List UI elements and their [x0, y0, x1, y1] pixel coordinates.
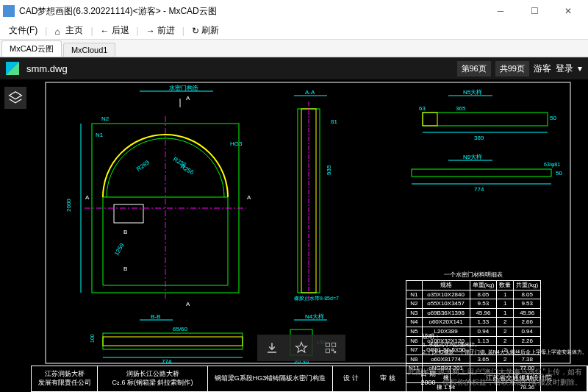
refresh-icon: ↻ — [192, 26, 199, 36]
svg-text:81: 81 — [331, 118, 337, 125]
menu-file[interactable]: 文件(F) — [4, 23, 42, 38]
svg-rect-35 — [423, 113, 437, 126]
home-icon: ⌂ — [54, 26, 63, 35]
svg-rect-42 — [412, 169, 551, 177]
minimize-button[interactable]: ─ — [484, 0, 517, 22]
page-prev[interactable]: 第96页 — [457, 61, 491, 76]
qr-button[interactable] — [316, 335, 345, 361]
svg-text:63: 63 — [419, 105, 426, 112]
cad-viewport[interactable]: smm.dwg 第96页 共99页 游客 登录 ▾ 水密门构造 A — [0, 57, 588, 392]
svg-text:1259: 1259 — [113, 242, 126, 257]
section-bb: 774 65/60 100 — [90, 326, 243, 365]
tab-mxcad[interactable]: MxCAD云图 — [1, 40, 62, 57]
svg-text:935: 935 — [326, 165, 332, 175]
favorite-button[interactable] — [287, 335, 316, 361]
svg-rect-62 — [326, 349, 329, 353]
menu-forward[interactable]: →前进 — [142, 23, 179, 38]
back-icon: ← — [101, 26, 110, 36]
svg-text:N1: N1 — [96, 132, 104, 138]
n9-detail: 774 63/φ81 50 — [412, 162, 562, 193]
svg-rect-63 — [332, 349, 334, 351]
menubar: 文件(F) | ⌂主页 | ←后退 | →前进 | ↻刷新 — [0, 22, 588, 40]
filename: smm.dwg — [26, 63, 68, 74]
svg-text:HG3: HG3 — [230, 140, 243, 147]
drawing-title: 水密门构造 — [169, 85, 198, 91]
svg-rect-64 — [334, 352, 336, 353]
section-aa: 81 935 橡胶止水带II-85d=7 — [294, 101, 339, 301]
document-tabs: MxCAD云图 MxCloud1 — [0, 40, 588, 57]
svg-text:389: 389 — [474, 135, 484, 141]
window-title: CAD梦想画图(6.3.20221114)<游客> - MxCAD云图 — [19, 5, 217, 18]
svg-text:B: B — [123, 266, 127, 272]
menu-home[interactable]: ⌂主页 — [50, 23, 87, 38]
svg-text:65/60: 65/60 — [173, 326, 188, 332]
page-next[interactable]: 共99页 — [495, 61, 529, 76]
view-bb-label: B-B — [151, 313, 160, 320]
svg-text:N2: N2 — [101, 115, 110, 122]
maximize-button[interactable]: ☐ — [517, 0, 551, 22]
svg-text:B: B — [123, 229, 127, 235]
svg-text:63/φ81: 63/φ81 — [544, 162, 560, 168]
viewer-header: smm.dwg 第96页 共99页 游客 登录 ▾ — [0, 57, 588, 79]
drawing-canvas[interactable]: 水密门构造 A 2000 R269 — [0, 79, 588, 392]
watermark-text: 此图片来源于网上用户"澳门大学海马浅忆"上传，如有 侵权你的权益，请联系我们客服… — [408, 367, 582, 388]
floating-toolbar — [257, 335, 345, 361]
svg-text:365: 365 — [456, 105, 466, 112]
menu-back[interactable]: ←后退 — [96, 23, 134, 38]
svg-text:橡胶止水带II-85d=7: 橡胶止水带II-85d=7 — [294, 296, 339, 301]
svg-text:A: A — [186, 95, 190, 101]
svg-rect-60 — [326, 343, 329, 346]
svg-text:A: A — [85, 194, 90, 201]
download-button[interactable] — [257, 335, 287, 361]
svg-text:R256: R256 — [179, 163, 196, 177]
close-button[interactable]: ✕ — [551, 0, 585, 22]
svg-rect-61 — [332, 343, 336, 346]
svg-text:50: 50 — [556, 170, 562, 177]
chevron-down-icon[interactable]: ▾ — [578, 63, 582, 74]
svg-text:774: 774 — [474, 186, 484, 193]
n4-label: N4大样 — [305, 313, 324, 320]
svg-text:50: 50 — [550, 115, 556, 121]
view-aa-label: A-A — [305, 89, 315, 96]
window-titlebar: CAD梦想画图(6.3.20221114)<游客> - MxCAD云图 ─ ☐ … — [0, 0, 588, 22]
svg-text:774: 774 — [162, 358, 172, 365]
forward-icon: → — [146, 26, 155, 36]
viewer-logo-icon — [6, 62, 19, 75]
svg-rect-48 — [103, 333, 243, 349]
svg-text:R269: R269 — [135, 159, 151, 173]
menu-refresh[interactable]: ↻刷新 — [187, 23, 223, 38]
svg-text:A: A — [247, 194, 251, 201]
door-elevation: 2000 R269 R236 R256 1259 N2 N1 HG3 — [65, 115, 246, 300]
login-link[interactable]: 登录 — [556, 63, 573, 75]
parts-caption: 一个水密门材料明细表 — [406, 271, 541, 280]
n9-label: N9大样 — [463, 154, 482, 160]
app-icon — [3, 5, 15, 17]
svg-text:2000: 2000 — [65, 199, 72, 212]
user-guest: 游客 — [534, 63, 551, 75]
svg-text:A: A — [186, 301, 190, 307]
svg-rect-9 — [114, 204, 143, 223]
tab-mxcloud1[interactable]: MxCloud1 — [63, 43, 116, 57]
svg-rect-34 — [423, 113, 548, 126]
n5-detail: 389 365 63 50 — [419, 105, 556, 141]
svg-rect-49 — [103, 337, 243, 346]
svg-text:100: 100 — [90, 334, 95, 343]
n5-label: N5大样 — [463, 89, 482, 96]
